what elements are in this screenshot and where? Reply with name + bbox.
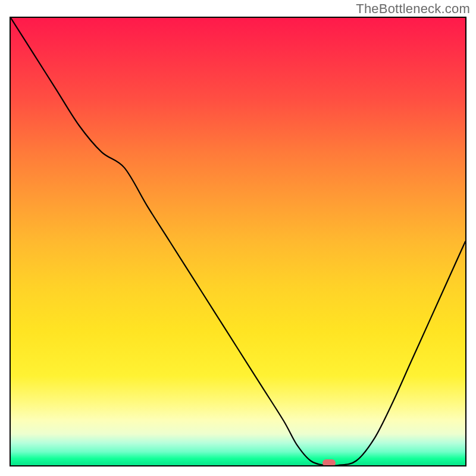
- plot-area: [10, 17, 466, 466]
- optimal-marker: [322, 459, 336, 466]
- severity-gradient: [11, 18, 465, 465]
- watermark-text: TheBottleneck.com: [356, 1, 470, 17]
- chart-frame: TheBottleneck.com: [0, 0, 476, 476]
